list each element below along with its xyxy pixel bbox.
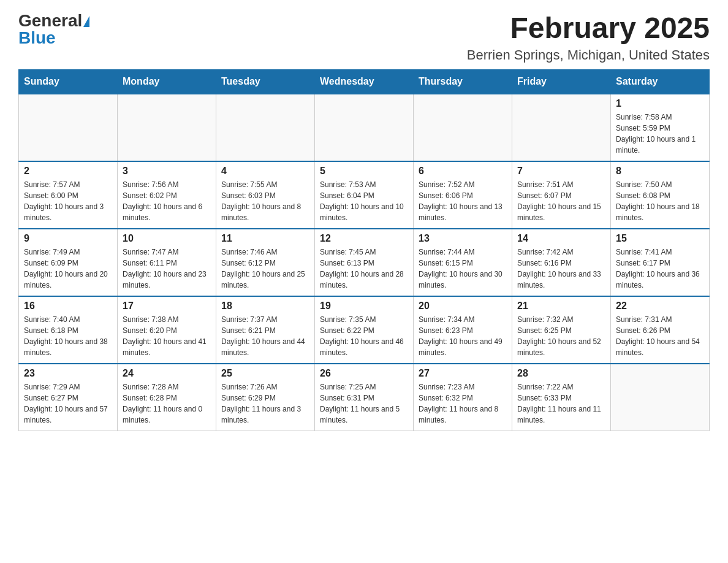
day-number: 18 [221, 301, 309, 312]
calendar-table: SundayMondayTuesdayWednesdayThursdayFrid… [18, 69, 710, 432]
day-info: Sunrise: 7:25 AMSunset: 6:31 PMDaylight:… [320, 381, 408, 426]
day-number: 17 [123, 301, 211, 312]
location-title: Berrien Springs, Michigan, United States [467, 47, 710, 63]
calendar-day-cell: 2Sunrise: 7:57 AMSunset: 6:00 PMDaylight… [19, 161, 118, 229]
calendar-day-cell: 6Sunrise: 7:52 AMSunset: 6:06 PMDaylight… [414, 161, 512, 229]
day-of-week-header: Wednesday [315, 69, 414, 94]
day-number: 9 [24, 233, 112, 244]
day-number: 6 [419, 166, 507, 177]
day-info: Sunrise: 7:42 AMSunset: 6:16 PMDaylight:… [517, 247, 605, 291]
calendar-day-cell [19, 94, 118, 161]
day-info: Sunrise: 7:32 AMSunset: 6:25 PMDaylight:… [517, 314, 605, 358]
calendar-day-cell: 14Sunrise: 7:42 AMSunset: 6:16 PMDayligh… [512, 229, 611, 296]
day-info: Sunrise: 7:31 AMSunset: 6:26 PMDaylight:… [616, 314, 704, 358]
calendar-day-cell [512, 94, 611, 161]
logo-blue-text: Blue [18, 29, 56, 47]
day-number: 23 [24, 368, 112, 379]
calendar-day-cell: 3Sunrise: 7:56 AMSunset: 6:02 PMDaylight… [118, 161, 216, 229]
day-number: 20 [419, 301, 507, 312]
calendar-day-cell: 11Sunrise: 7:46 AMSunset: 6:12 PMDayligh… [216, 229, 315, 296]
month-title: February 2025 [467, 12, 710, 45]
day-of-week-header: Sunday [19, 69, 118, 94]
logo-triangle-icon [83, 16, 89, 27]
calendar-day-cell [414, 94, 512, 161]
day-info: Sunrise: 7:41 AMSunset: 6:17 PMDaylight:… [616, 247, 704, 291]
day-info: Sunrise: 7:23 AMSunset: 6:32 PMDaylight:… [419, 381, 507, 426]
day-info: Sunrise: 7:38 AMSunset: 6:20 PMDaylight:… [123, 314, 211, 358]
day-info: Sunrise: 7:53 AMSunset: 6:04 PMDaylight:… [320, 179, 408, 223]
day-info: Sunrise: 7:22 AMSunset: 6:33 PMDaylight:… [517, 381, 605, 426]
day-number: 16 [24, 301, 112, 312]
day-number: 21 [517, 301, 605, 312]
day-info: Sunrise: 7:49 AMSunset: 6:09 PMDaylight:… [24, 247, 112, 291]
page-header: General Blue February 2025 Berrien Sprin… [18, 12, 710, 63]
calendar-week-row: 9Sunrise: 7:49 AMSunset: 6:09 PMDaylight… [19, 229, 710, 296]
day-number: 5 [320, 166, 408, 177]
day-info: Sunrise: 7:57 AMSunset: 6:00 PMDaylight:… [24, 179, 112, 223]
day-number: 4 [221, 166, 309, 177]
day-number: 26 [320, 368, 408, 379]
day-info: Sunrise: 7:44 AMSunset: 6:15 PMDaylight:… [419, 247, 507, 291]
day-info: Sunrise: 7:56 AMSunset: 6:02 PMDaylight:… [123, 179, 211, 223]
day-info: Sunrise: 7:52 AMSunset: 6:06 PMDaylight:… [419, 179, 507, 223]
calendar-day-cell: 9Sunrise: 7:49 AMSunset: 6:09 PMDaylight… [19, 229, 118, 296]
day-number: 22 [616, 301, 704, 312]
calendar-day-cell: 13Sunrise: 7:44 AMSunset: 6:15 PMDayligh… [414, 229, 512, 296]
calendar-day-cell: 23Sunrise: 7:29 AMSunset: 6:27 PMDayligh… [19, 364, 118, 431]
day-number: 8 [616, 166, 704, 177]
day-info: Sunrise: 7:37 AMSunset: 6:21 PMDaylight:… [221, 314, 309, 358]
calendar-week-row: 16Sunrise: 7:40 AMSunset: 6:18 PMDayligh… [19, 296, 710, 364]
day-number: 27 [419, 368, 507, 379]
calendar-day-cell [216, 94, 315, 161]
calendar-week-row: 2Sunrise: 7:57 AMSunset: 6:00 PMDaylight… [19, 161, 710, 229]
calendar-day-cell: 24Sunrise: 7:28 AMSunset: 6:28 PMDayligh… [118, 364, 216, 431]
calendar-day-cell: 12Sunrise: 7:45 AMSunset: 6:13 PMDayligh… [315, 229, 414, 296]
calendar-day-cell: 26Sunrise: 7:25 AMSunset: 6:31 PMDayligh… [315, 364, 414, 431]
day-number: 11 [221, 233, 309, 244]
calendar-day-cell: 7Sunrise: 7:51 AMSunset: 6:07 PMDaylight… [512, 161, 611, 229]
calendar-week-row: 1Sunrise: 7:58 AMSunset: 5:59 PMDaylight… [19, 94, 710, 161]
calendar-day-cell: 22Sunrise: 7:31 AMSunset: 6:26 PMDayligh… [611, 296, 710, 364]
calendar-header: SundayMondayTuesdayWednesdayThursdayFrid… [19, 69, 710, 94]
day-info: Sunrise: 7:35 AMSunset: 6:22 PMDaylight:… [320, 314, 408, 358]
day-number: 2 [24, 166, 112, 177]
day-of-week-header: Monday [118, 69, 216, 94]
day-info: Sunrise: 7:50 AMSunset: 6:08 PMDaylight:… [616, 179, 704, 223]
day-number: 28 [517, 368, 605, 379]
calendar-day-cell [315, 94, 414, 161]
calendar-day-cell: 16Sunrise: 7:40 AMSunset: 6:18 PMDayligh… [19, 296, 118, 364]
calendar-day-cell: 25Sunrise: 7:26 AMSunset: 6:29 PMDayligh… [216, 364, 315, 431]
calendar-day-cell: 10Sunrise: 7:47 AMSunset: 6:11 PMDayligh… [118, 229, 216, 296]
calendar-day-cell: 4Sunrise: 7:55 AMSunset: 6:03 PMDaylight… [216, 161, 315, 229]
day-info: Sunrise: 7:51 AMSunset: 6:07 PMDaylight:… [517, 179, 605, 223]
calendar-body: 1Sunrise: 7:58 AMSunset: 5:59 PMDaylight… [19, 94, 710, 431]
calendar-day-cell: 8Sunrise: 7:50 AMSunset: 6:08 PMDaylight… [611, 161, 710, 229]
calendar-week-row: 23Sunrise: 7:29 AMSunset: 6:27 PMDayligh… [19, 364, 710, 431]
logo-top-line: General [18, 12, 89, 29]
day-number: 25 [221, 368, 309, 379]
day-of-week-header: Thursday [414, 69, 512, 94]
day-info: Sunrise: 7:26 AMSunset: 6:29 PMDaylight:… [221, 381, 309, 426]
title-section: February 2025 Berrien Springs, Michigan,… [467, 12, 710, 63]
calendar-day-cell: 20Sunrise: 7:34 AMSunset: 6:23 PMDayligh… [414, 296, 512, 364]
day-number: 13 [419, 233, 507, 244]
calendar-day-cell [611, 364, 710, 431]
day-number: 12 [320, 233, 408, 244]
day-number: 15 [616, 233, 704, 244]
day-number: 19 [320, 301, 408, 312]
calendar-day-cell: 19Sunrise: 7:35 AMSunset: 6:22 PMDayligh… [315, 296, 414, 364]
calendar-day-cell: 27Sunrise: 7:23 AMSunset: 6:32 PMDayligh… [414, 364, 512, 431]
calendar-day-cell [118, 94, 216, 161]
day-of-week-header: Tuesday [216, 69, 315, 94]
calendar-day-cell: 5Sunrise: 7:53 AMSunset: 6:04 PMDaylight… [315, 161, 414, 229]
day-number: 10 [123, 233, 211, 244]
day-info: Sunrise: 7:55 AMSunset: 6:03 PMDaylight:… [221, 179, 309, 223]
logo: General Blue [18, 12, 89, 47]
day-info: Sunrise: 7:40 AMSunset: 6:18 PMDaylight:… [24, 314, 112, 358]
day-info: Sunrise: 7:46 AMSunset: 6:12 PMDaylight:… [221, 247, 309, 291]
day-number: 3 [123, 166, 211, 177]
day-number: 14 [517, 233, 605, 244]
calendar-day-cell: 17Sunrise: 7:38 AMSunset: 6:20 PMDayligh… [118, 296, 216, 364]
day-header-row: SundayMondayTuesdayWednesdayThursdayFrid… [19, 69, 710, 94]
day-of-week-header: Friday [512, 69, 611, 94]
